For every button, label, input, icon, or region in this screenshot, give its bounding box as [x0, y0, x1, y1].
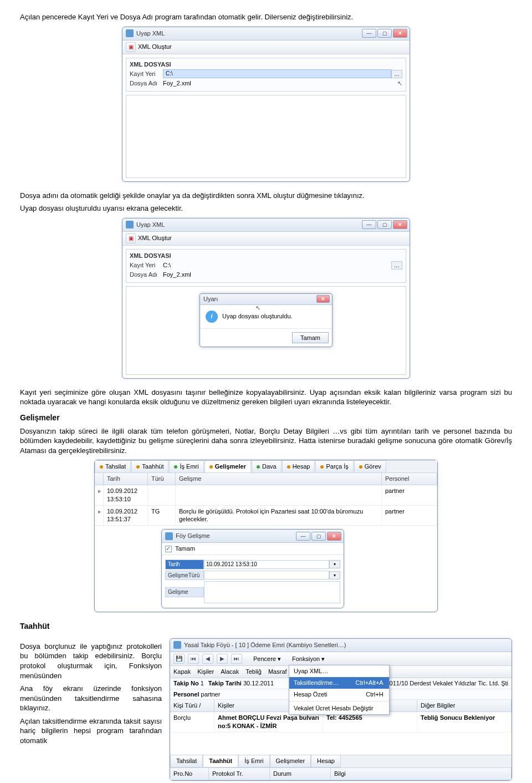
- col-turu[interactable]: Türü: [148, 473, 176, 485]
- paragraph: Açılan pencerede Kayıt Yeri ve Dosya Adı…: [20, 12, 512, 22]
- btab-taahhut[interactable]: Taahhüt: [203, 755, 238, 767]
- alert-close-button[interactable]: ✕: [316, 295, 330, 303]
- window-title: Uyap XML: [136, 221, 165, 229]
- close-button[interactable]: ✕: [327, 532, 341, 541]
- col-gelisme[interactable]: Gelişme: [176, 473, 382, 485]
- group-title: XML DOSYASI: [130, 252, 402, 260]
- maximize-button[interactable]: ▢: [377, 220, 392, 229]
- tab-gelismeler[interactable]: Gelişmeler: [204, 460, 251, 472]
- dropdown-icon[interactable]: ▾: [329, 560, 340, 568]
- tamam-checkbox[interactable]: [165, 546, 172, 552]
- grid-row[interactable]: ▸ 10.09.2012 13:53:10 partner: [95, 485, 437, 506]
- btab-gelismeler[interactable]: Gelişmeler: [270, 755, 311, 767]
- subtab-masraf[interactable]: Masraf: [268, 668, 287, 676]
- window-title: Yasal Takip Föyü - [ 10 ] Ödeme Emri (Ka…: [184, 641, 346, 649]
- kayit-yeri-field[interactable]: C:\: [163, 261, 391, 270]
- tab-gorev[interactable]: Görev: [354, 460, 386, 472]
- paragraph: Ana föy ekranı üzerinde fonksiyon menüsü…: [20, 684, 162, 713]
- grid-header: Tarih Türü Gelişme Personel: [95, 473, 437, 485]
- alert-ok-button[interactable]: Tamam: [292, 332, 329, 344]
- maximize-button[interactable]: ▢: [311, 532, 326, 541]
- toolbar-label[interactable]: XML Oluştur: [138, 43, 172, 51]
- tab-hesap[interactable]: Hesap: [282, 460, 315, 472]
- expand-icon[interactable]: ▸: [95, 506, 104, 526]
- cursor-icon: ↖: [255, 304, 260, 312]
- browse-button[interactable]: …: [391, 261, 402, 270]
- kayit-yeri-label: Kayıt Yeri: [130, 261, 163, 270]
- alert-titlebar: Uyarı ✕: [200, 294, 332, 305]
- col-prono[interactable]: Pro.No: [170, 768, 209, 780]
- heading-gelismeler: Gelişmeler: [20, 413, 512, 423]
- minimize-button[interactable]: —: [362, 220, 376, 229]
- col-diger[interactable]: Diğer Bilgiler: [417, 700, 511, 711]
- bottom-tabstrip: Tahsilat Taahhüt İş Emri Gelişmeler Hesa…: [170, 755, 511, 767]
- gelisme-label: Gelişme: [165, 587, 204, 597]
- col-kisituru[interactable]: Kişi Türü /: [170, 700, 214, 711]
- menu-item-uyap-xml[interactable]: Uyap XML…: [289, 665, 389, 677]
- nav-last-icon[interactable]: ⏭: [231, 654, 242, 664]
- menu-pencere[interactable]: Pencere ▾: [253, 655, 281, 663]
- save-icon[interactable]: 💾: [173, 654, 185, 664]
- info-extra: 0 2011/10 Derdest Vekalet Yıldızlar Tic.…: [381, 679, 508, 688]
- col-personel[interactable]: Personel: [382, 473, 437, 485]
- tab-isemri[interactable]: İş Emri: [169, 460, 203, 472]
- col-tarih[interactable]: Tarih: [104, 473, 148, 485]
- kisi-row[interactable]: Borçlu Ahmet BORÇLU Fevzi Paşa bulvarı n…: [170, 712, 511, 733]
- btab-isemri[interactable]: İş Emri: [238, 755, 269, 767]
- col-protokoltr[interactable]: Protokol Tr.: [209, 768, 270, 780]
- menu-item-hesap-ozeti[interactable]: Hesap ÖzetiCtrl+H: [289, 689, 389, 700]
- tarih-field[interactable]: 10.09.2012 13:53:10: [204, 560, 329, 569]
- nav-next-icon[interactable]: ▶: [217, 654, 228, 664]
- subtab-teblig[interactable]: Tebliğ: [245, 668, 262, 676]
- xml-icon: ▣: [126, 233, 136, 243]
- toolbar: ▣ XML Oluştur: [122, 40, 410, 54]
- gelismeturu-field[interactable]: [204, 571, 329, 579]
- btab-hesap[interactable]: Hesap: [311, 755, 341, 767]
- cursor-icon: ↖: [397, 79, 402, 88]
- alert-dialog: Uyarı ✕ i ↖ Uyap dosyası oluşturuldu. Ta…: [200, 293, 332, 348]
- gelismeler-panel: Tahsilat Taahhüt İş Emri Gelişmeler Dava…: [94, 460, 438, 612]
- nav-prev-icon[interactable]: ◀: [202, 654, 213, 664]
- dosya-adi-field[interactable]: Foy_2.xml: [163, 271, 402, 279]
- dosya-adi-label: Dosya Adı: [130, 271, 163, 279]
- blank-area: [126, 95, 406, 178]
- dosya-adi-field[interactable]: Foy_2.xml: [163, 79, 397, 88]
- tab-taahhut[interactable]: Taahhüt: [131, 460, 168, 472]
- group-title: XML DOSYASI: [130, 60, 402, 69]
- subtab-alacak[interactable]: Alacak: [221, 668, 239, 676]
- maximize-button[interactable]: ▢: [377, 29, 392, 38]
- menu-item-taksitlendirme[interactable]: Taksitlendirme…Ctrl+Alt+A: [289, 677, 389, 689]
- tabstrip: Tahsilat Taahhüt İş Emri Gelişmeler Dava…: [95, 460, 437, 473]
- btab-tahsilat[interactable]: Tahsilat: [170, 755, 203, 767]
- kayit-yeri-field[interactable]: C:\: [163, 69, 391, 78]
- toolbar-label[interactable]: XML Oluştur: [138, 234, 172, 242]
- tab-parcais[interactable]: Parça İş: [315, 460, 353, 472]
- titlebar: Yasal Takip Föyü - [ 10 ] Ödeme Emri (Ka…: [170, 639, 511, 652]
- alert-message: Uyap dosyası oluşturuldu.: [222, 312, 293, 321]
- col-durum[interactable]: Durum: [270, 768, 331, 780]
- app-icon: [173, 641, 181, 649]
- expand-icon[interactable]: ▸: [95, 485, 104, 505]
- subtab-kapak[interactable]: Kapak: [173, 668, 191, 676]
- dropdown-icon[interactable]: ▾: [329, 571, 340, 579]
- minimize-button[interactable]: —: [362, 29, 376, 38]
- subtab-kisiler[interactable]: Kişiler: [197, 668, 214, 676]
- nav-first-icon[interactable]: ⏮: [188, 654, 199, 664]
- minimize-button[interactable]: —: [296, 532, 310, 541]
- app-icon: [126, 29, 134, 37]
- gelisme-field[interactable]: [204, 581, 340, 603]
- browse-button[interactable]: …: [391, 70, 402, 78]
- xml-icon: ▣: [126, 42, 136, 52]
- titlebar: Uyap XML — ▢ ✕: [122, 218, 410, 232]
- tab-dava[interactable]: Dava: [252, 460, 282, 472]
- close-button[interactable]: ✕: [393, 220, 407, 229]
- protokol-grid-header: Pro.No Protokol Tr. Durum Bilgi: [170, 767, 511, 780]
- tab-tahsilat[interactable]: Tahsilat: [95, 460, 131, 472]
- tamam-label: Tamam: [175, 545, 195, 553]
- paragraph: Dosya adını da otomatik geldiği şekilde …: [20, 191, 512, 201]
- close-button[interactable]: ✕: [393, 29, 407, 38]
- menu-item-vekalet-ucret[interactable]: Vekalet Ücret Hesabı Değiştir: [289, 703, 389, 714]
- grid-row[interactable]: ▸ 10.09.2012 13:51:37 TG Borçlu ile görü…: [95, 506, 437, 526]
- col-bilgi[interactable]: Bilgi: [331, 768, 511, 780]
- menu-fonksiyon[interactable]: Fonksiyon ▾: [292, 655, 325, 663]
